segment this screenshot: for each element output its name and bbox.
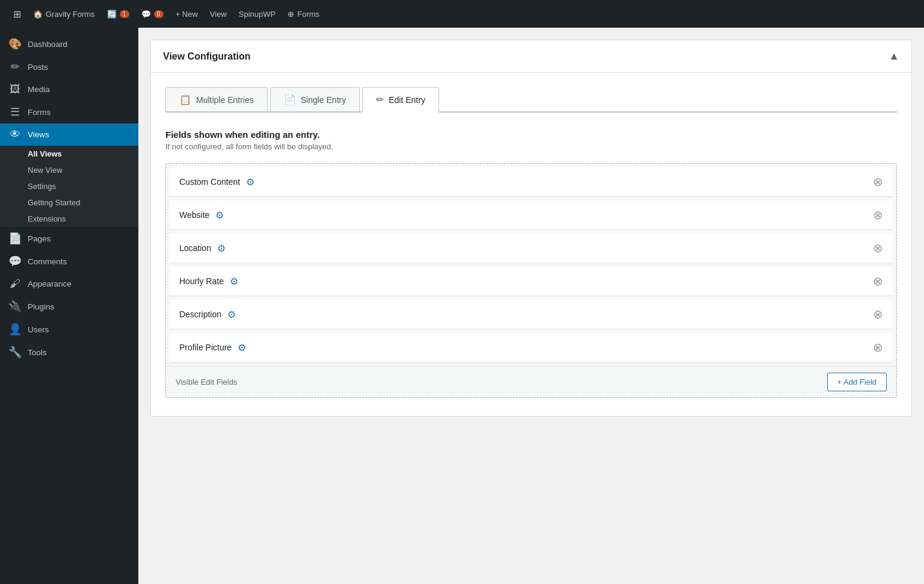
edit-entry-tab-icon: ✏ <box>376 94 384 105</box>
multiple-entries-tab-label: Multiple Entries <box>196 95 254 105</box>
location-remove-button[interactable]: ⊗ <box>873 242 883 254</box>
forms-label: Forms <box>297 10 319 19</box>
single-entry-tab-icon: 📄 <box>284 94 296 105</box>
field-left-description: Description ⚙ <box>179 309 236 320</box>
content-area: View Configuration ▲ 📋Multiple Entries📄S… <box>138 28 924 584</box>
tab-edit-entry[interactable]: ✏Edit Entry <box>362 87 439 113</box>
website-remove-button[interactable]: ⊗ <box>873 209 883 221</box>
wp-logo[interactable]: ⊞ <box>7 0 27 28</box>
sidebar: 🎨Dashboard✏Posts🖼Media☰Forms👁ViewsAll Vi… <box>0 28 138 584</box>
panel-header: View Configuration ▲ <box>151 40 911 73</box>
updates-icon: 🔄 <box>107 10 117 19</box>
fields-heading: Fields shown when editing an entry. <box>165 129 897 140</box>
sidebar-sub-item-settings[interactable]: Settings <box>0 178 138 194</box>
sidebar-item-label: Views <box>28 130 49 139</box>
view-item[interactable]: View <box>204 0 233 28</box>
sidebar-item-tools[interactable]: 🔧Tools <box>0 341 138 364</box>
view-configuration-panel: View Configuration ▲ 📋Multiple Entries📄S… <box>150 40 912 417</box>
sidebar-item-forms[interactable]: ☰Forms <box>0 101 138 123</box>
fields-footer: Visible Edit Fields + Add Field <box>166 366 896 397</box>
hourly-rate-remove-button[interactable]: ⊗ <box>873 275 883 287</box>
sidebar-item-comments[interactable]: 💬Comments <box>0 250 138 273</box>
pages-icon: 📄 <box>8 232 22 245</box>
field-row-custom-content: Custom Content ⚙ ⊗ <box>170 167 893 197</box>
comments-count: 0 <box>154 10 164 18</box>
plugins-icon: 🔌 <box>8 300 22 313</box>
field-label-hourly-rate: Hourly Rate <box>179 276 224 286</box>
field-row-website: Website ⚙ ⊗ <box>170 200 893 230</box>
spinupwp-item[interactable]: SpinupWP <box>233 0 282 28</box>
field-label-custom-content: Custom Content <box>179 177 240 187</box>
field-label-website: Website <box>179 210 209 220</box>
website-gear-icon[interactable]: ⚙ <box>215 210 224 221</box>
fields-subheading: If not configured, all form fields will … <box>165 142 897 151</box>
home-icon: 🏠 <box>33 10 43 19</box>
description-gear-icon[interactable]: ⚙ <box>227 309 236 320</box>
admin-bar: ⊞ 🏠 Gravity Forms 🔄 1 💬 0 + New View Spi… <box>0 0 924 28</box>
views-icon: 👁 <box>8 128 22 141</box>
custom-content-remove-button[interactable]: ⊗ <box>873 176 883 188</box>
sidebar-item-label: Dashboard <box>28 40 67 49</box>
sidebar-item-dashboard[interactable]: 🎨Dashboard <box>0 33 138 55</box>
field-label-location: Location <box>179 243 211 253</box>
sidebar-item-posts[interactable]: ✏Posts <box>0 55 138 78</box>
single-entry-tab-label: Single Entry <box>301 95 346 105</box>
field-left-custom-content: Custom Content ⚙ <box>179 176 254 188</box>
custom-content-gear-icon[interactable]: ⚙ <box>246 176 254 188</box>
fields-container: Custom Content ⚙ ⊗ Website ⚙ ⊗ Location … <box>165 163 897 398</box>
sidebar-submenu: All ViewsNew ViewSettingsGetting Started… <box>0 146 138 227</box>
sidebar-item-label: Posts <box>28 63 48 72</box>
field-left-hourly-rate: Hourly Rate ⚙ <box>179 276 238 287</box>
field-row-profile-picture: Profile Picture ⚙ ⊗ <box>170 333 893 362</box>
forms-item[interactable]: ⊕ Forms <box>282 0 325 28</box>
comments-icon: 💬 <box>8 255 22 268</box>
sidebar-item-appearance[interactable]: 🖌Appearance <box>0 273 138 295</box>
users-icon: 👤 <box>8 323 22 336</box>
comments-item[interactable]: 💬 0 <box>135 0 170 28</box>
forms-icon: ⊕ <box>288 10 294 19</box>
wp-icon: ⊞ <box>13 8 21 20</box>
add-field-button[interactable]: + Add Field <box>827 373 887 391</box>
sidebar-item-users[interactable]: 👤Users <box>0 318 138 341</box>
sidebar-sub-item-new-view[interactable]: New View <box>0 162 138 178</box>
tabs-container: 📋Multiple Entries📄Single Entry✏Edit Entr… <box>165 87 897 113</box>
multiple-entries-tab-icon: 📋 <box>179 94 191 105</box>
view-label: View <box>210 10 227 19</box>
field-row-hourly-rate: Hourly Rate ⚙ ⊗ <box>170 267 893 296</box>
description-remove-button[interactable]: ⊗ <box>873 308 883 320</box>
comments-icon: 💬 <box>141 10 151 19</box>
profile-picture-gear-icon[interactable]: ⚙ <box>238 342 246 353</box>
media-icon: 🖼 <box>8 83 22 96</box>
site-name-label: Gravity Forms <box>46 10 95 19</box>
field-row-description: Description ⚙ ⊗ <box>170 300 893 329</box>
spinupwp-label: SpinupWP <box>239 10 276 19</box>
location-gear-icon[interactable]: ⚙ <box>217 243 226 254</box>
site-name[interactable]: 🏠 Gravity Forms <box>27 0 101 28</box>
updates-item[interactable]: 🔄 1 <box>101 0 135 28</box>
dashboard-icon: 🎨 <box>8 37 22 51</box>
tab-multiple-entries[interactable]: 📋Multiple Entries <box>165 87 268 111</box>
tools-icon: 🔧 <box>8 346 22 359</box>
sidebar-sub-item-getting-started[interactable]: Getting Started <box>0 194 138 211</box>
sidebar-item-plugins[interactable]: 🔌Plugins <box>0 295 138 318</box>
updates-count: 1 <box>120 10 129 18</box>
profile-picture-remove-button[interactable]: ⊗ <box>873 341 883 353</box>
sidebar-item-label: Forms <box>28 108 51 117</box>
sidebar-item-media[interactable]: 🖼Media <box>0 78 138 101</box>
new-label: + New <box>176 10 198 19</box>
sidebar-menu: 🎨Dashboard✏Posts🖼Media☰Forms👁ViewsAll Vi… <box>0 33 138 364</box>
sidebar-sub-item-extensions[interactable]: Extensions <box>0 211 138 227</box>
sidebar-item-label: Plugins <box>28 302 54 311</box>
sidebar-item-label: Users <box>28 325 49 334</box>
sidebar-sub-item-all-views[interactable]: All Views <box>0 146 138 162</box>
panel-body: 📋Multiple Entries📄Single Entry✏Edit Entr… <box>151 73 911 416</box>
panel-title: View Configuration <box>163 51 250 62</box>
tab-single-entry[interactable]: 📄Single Entry <box>270 87 360 111</box>
new-item[interactable]: + New <box>170 0 204 28</box>
field-label-description: Description <box>179 309 221 319</box>
hourly-rate-gear-icon[interactable]: ⚙ <box>230 276 238 287</box>
field-left-website: Website ⚙ <box>179 210 224 221</box>
sidebar-item-views[interactable]: 👁Views <box>0 123 138 146</box>
sidebar-item-pages[interactable]: 📄Pages <box>0 227 138 250</box>
panel-toggle-button[interactable]: ▲ <box>889 50 899 63</box>
